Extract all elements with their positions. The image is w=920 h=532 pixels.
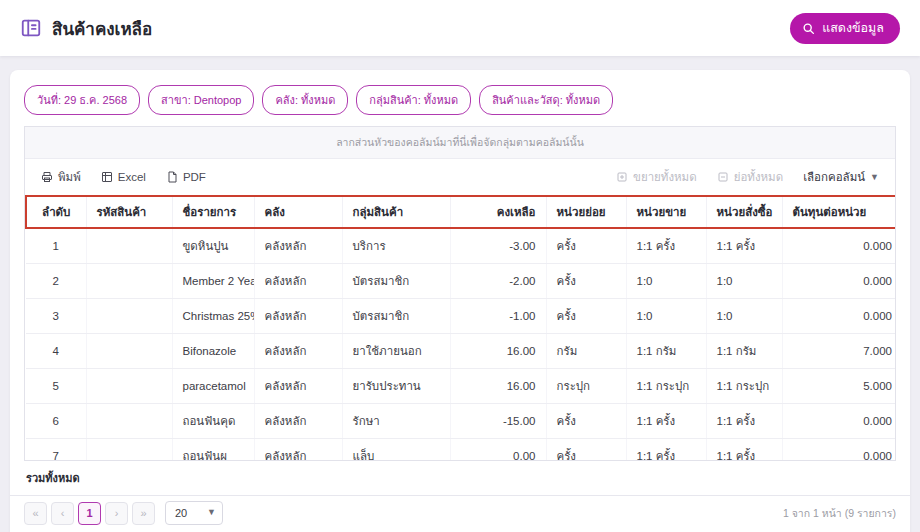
topbar: สินค้าคงเหลือ แสดงข้อมูล [0,0,920,56]
header-cell[interactable]: ต้นทุนต่อหน่วย [782,196,896,228]
cell: 1:1 ครั้ง [706,404,782,439]
cell: 0.000 [782,439,896,462]
filter-chip-product-material[interactable]: สินค้าและวัสดุ: ทั้งหมด [479,85,613,115]
cell: Bifonazole [172,334,254,369]
cell: -2.00 [450,264,546,299]
excel-export-button[interactable]: Excel [93,166,154,188]
search-icon [802,22,815,35]
cell: ครั้ง [546,404,626,439]
cell: 6 [26,404,86,439]
cell: บริการ [342,228,450,264]
page-title: สินค้าคงเหลือ [52,15,152,42]
filter-chips: วันที่: 29 ธ.ค. 2568 สาขา: Dentopop คลัง… [10,70,910,126]
title-wrap: สินค้าคงเหลือ [20,15,152,42]
cell: 7 [26,439,86,462]
header-cell[interactable]: หน่วยย่อย [546,196,626,228]
filter-chip-product-group[interactable]: กลุ่มสินค้า: ทั้งหมด [356,85,471,115]
grid-view-buttons: ขยายทั้งหมด ย่อทั้งหมด เลือกคอลัมน์ ▼ [608,163,887,191]
last-page-button[interactable]: » [132,502,155,525]
cell: กรัม [546,334,626,369]
cell [86,299,172,334]
cell: Christmas 25% [172,299,254,334]
filter-chip-warehouse[interactable]: คลัง: ทั้งหมด [262,85,348,115]
grid-toolbar: พิมพ์ Excel PDF [25,159,895,195]
pagination-bar: « ‹ 1 › » 20 ▼ 1 จาก 1 หน้า (9 รายการ) [10,495,910,532]
excel-label: Excel [118,171,146,183]
cell: ถอนฟันผุ [172,439,254,462]
cell: 5 [26,369,86,404]
chevron-down-icon: ▼ [870,172,879,182]
cell: คลังหลัก [254,369,342,404]
filter-chip-branch[interactable]: สาขา: Dentopop [148,85,254,115]
cell: คลังหลัก [254,404,342,439]
collapse-all-button[interactable]: ย่อทั้งหมด [709,163,791,191]
cell: 1:0 [706,299,782,334]
header-cell[interactable]: หน่วยขาย [626,196,706,228]
inventory-panel-icon [20,17,42,39]
cell: คลังหลัก [254,334,342,369]
expand-all-button[interactable]: ขยายทั้งหมด [608,163,705,191]
collapse-all-icon [717,171,729,183]
table-row[interactable]: 1ขูดหินปูนคลังหลักบริการ-3.00ครั้ง1:1 คร… [26,228,896,264]
table-row[interactable]: 4Bifonazoleคลังหลักยาใช้ภายนอก16.00กรัม1… [26,334,896,369]
cell: บัตรสมาชิก [342,264,450,299]
cell: 1:1 กรัม [626,334,706,369]
cell: paracetamol [172,369,254,404]
group-by-hint[interactable]: ลากส่วนหัวของคอลัมน์มาที่นี่เพื่อจัดกลุ่… [25,127,895,159]
expand-all-icon [616,171,628,183]
cell: 0.000 [782,228,896,264]
pdf-label: PDF [183,171,206,183]
expand-all-label: ขยายทั้งหมด [633,168,697,186]
cell: 1:0 [626,264,706,299]
cell: ครั้ง [546,299,626,334]
header-cell[interactable]: ชื่อรายการ [172,196,254,228]
cell: 0.000 [782,264,896,299]
page-info-text: 1 จาก 1 หน้า (9 รายการ) [783,505,896,522]
cell: 1:1 ครั้ง [626,228,706,264]
next-page-button[interactable]: › [105,502,128,525]
cell: Member 2 Year [172,264,254,299]
header-cell[interactable]: ลำดับ [26,196,86,228]
export-buttons: พิมพ์ Excel PDF [33,163,214,191]
cell: 1:1 ครั้ง [706,439,782,462]
print-button[interactable]: พิมพ์ [33,163,89,191]
header-cell[interactable]: กลุ่มสินค้า [342,196,450,228]
header-cell[interactable]: คงเหลือ [450,196,546,228]
data-grid: ลากส่วนหัวของคอลัมน์มาที่นี่เพื่อจัดกลุ่… [24,126,896,461]
show-data-label: แสดงข้อมูล [822,18,884,38]
cell: คลังหลัก [254,299,342,334]
cell: ขูดหินปูน [172,228,254,264]
total-row: รวมทั้งหมด [10,461,910,495]
header-cell[interactable]: คลัง [254,196,342,228]
choose-columns-label: เลือกคอลัมน์ [803,168,865,186]
filter-chip-date[interactable]: วันที่: 29 ธ.ค. 2568 [24,85,140,115]
cell: 1:1 กระปุก [626,369,706,404]
page-size-select[interactable]: 20 [165,501,223,525]
table-row[interactable]: 3Christmas 25%คลังหลักบัตรสมาชิก-1.00ครั… [26,299,896,334]
excel-icon [101,171,113,183]
table-row[interactable]: 2Member 2 Yearคลังหลักบัตรสมาชิก-2.00ครั… [26,264,896,299]
header-cell[interactable]: หน่วยสั่งซื้อ [706,196,782,228]
cell: 1:1 ครั้ง [626,439,706,462]
header-cell[interactable]: รหัสสินค้า [86,196,172,228]
cell: คลังหลัก [254,439,342,462]
pdf-export-button[interactable]: PDF [158,166,214,188]
pdf-icon [166,171,178,183]
cell: -3.00 [450,228,546,264]
collapse-all-label: ย่อทั้งหมด [734,168,783,186]
show-data-button[interactable]: แสดงข้อมูล [790,13,900,44]
cell: ถอนฟันคุด [172,404,254,439]
cell: -15.00 [450,404,546,439]
cell: คลังหลัก [254,264,342,299]
cell: 0.000 [782,299,896,334]
cell: 1:0 [626,299,706,334]
table-row[interactable]: 7ถอนฟันผุคลังหลักแล็บ0.00ครั้ง1:1 ครั้ง1… [26,439,896,462]
first-page-button[interactable]: « [24,502,47,525]
current-page-button[interactable]: 1 [78,502,101,525]
table-row[interactable]: 5paracetamolคลังหลักยารับประทาน16.00กระป… [26,369,896,404]
cell: 1:1 ครั้ง [706,228,782,264]
choose-columns-button[interactable]: เลือกคอลัมน์ ▼ [795,163,887,191]
table-row[interactable]: 6ถอนฟันคุดคลังหลักรักษา-15.00ครั้ง1:1 คร… [26,404,896,439]
prev-page-button[interactable]: ‹ [51,502,74,525]
table-body: 1ขูดหินปูนคลังหลักบริการ-3.00ครั้ง1:1 คร… [26,228,896,461]
